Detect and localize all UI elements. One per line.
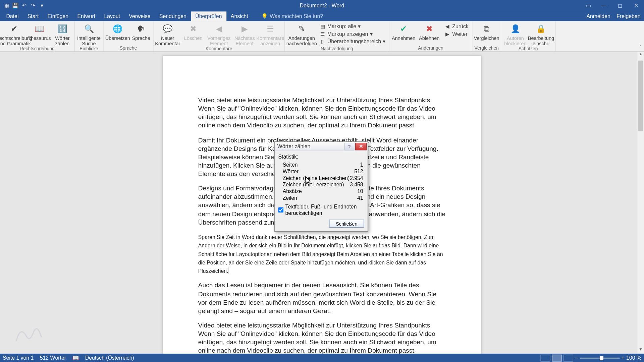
group-language: Sprache bbox=[105, 45, 151, 51]
printlayout-icon[interactable] bbox=[552, 355, 562, 362]
paragraph[interactable]: Sparen Sie Zeit in Word dank neuer Schal… bbox=[198, 233, 446, 275]
bulb-icon: 💡 bbox=[261, 13, 268, 19]
dialog-title: Wörter zählen bbox=[277, 143, 311, 149]
wordcount-button[interactable]: 🔢Wörterzählen bbox=[52, 22, 73, 46]
window-title: Dokument2 - Word bbox=[300, 2, 344, 8]
paragraph[interactable]: Video bietet eine leistungsstarke Möglic… bbox=[198, 96, 446, 130]
markup-combo[interactable]: ▤Markup: alle▾ bbox=[318, 23, 387, 30]
status-page[interactable]: Seite 1 von 1 bbox=[3, 355, 34, 361]
back-icon: ◀ bbox=[444, 23, 450, 29]
smartlookup-button[interactable]: 🔍IntelligenteSuche bbox=[76, 22, 101, 46]
maximize-icon[interactable]: ◻ bbox=[612, 0, 628, 11]
tab-insert[interactable]: Einfügen bbox=[43, 11, 73, 21]
nextcomment-button[interactable]: ▶NächstesElement bbox=[232, 22, 257, 46]
stat-charsws-label: Zeichen (mit Leerzeichen) bbox=[283, 182, 344, 188]
zoom-slider[interactable]: − + 100 % bbox=[575, 355, 641, 361]
showmarkup-button[interactable]: ☰Markup anzeigen▾ bbox=[318, 31, 387, 38]
tab-view[interactable]: Ansicht bbox=[226, 11, 253, 21]
dialog-help-icon[interactable]: ? bbox=[344, 142, 354, 150]
close-icon[interactable]: ✕ bbox=[628, 0, 644, 11]
share-button[interactable]: Freigeben bbox=[616, 13, 640, 19]
translate-button[interactable]: 🌐Übersetzen bbox=[105, 22, 130, 41]
stat-charsns-value: 2.954 bbox=[350, 175, 363, 182]
tell-me[interactable]: 💡 Was möchten Sie tun? bbox=[261, 13, 323, 21]
checkbox-icon[interactable] bbox=[278, 207, 283, 213]
stat-pages-value: 1 bbox=[360, 162, 363, 169]
tab-layout[interactable]: Layout bbox=[100, 11, 124, 21]
dialog-close-button[interactable]: Schließen bbox=[329, 220, 364, 228]
weblayout-icon[interactable] bbox=[564, 355, 573, 362]
compare-button[interactable]: ⧉Vergleichen bbox=[474, 22, 499, 41]
status-bar: Seite 1 von 1 512 Wörter 📖 Deutsch (Öste… bbox=[0, 354, 644, 362]
prevchange-button[interactable]: ◀Zurück bbox=[442, 23, 470, 30]
prevcomment-button[interactable]: ◀VorherigesElement bbox=[207, 22, 231, 46]
vertical-scrollbar[interactable]: ▲ ▼ bbox=[637, 52, 644, 354]
stat-lines-value: 41 bbox=[357, 195, 363, 202]
group-changes: Änderungen bbox=[391, 45, 470, 51]
redo-icon[interactable]: ↷ bbox=[29, 2, 37, 10]
zoom-level[interactable]: 100 % bbox=[626, 355, 641, 361]
minimize-icon[interactable]: — bbox=[596, 0, 612, 11]
watermark-icon bbox=[12, 321, 43, 346]
scroll-up-icon[interactable]: ▲ bbox=[637, 52, 644, 58]
tab-home[interactable]: Start bbox=[23, 11, 43, 21]
title-bar: ▦ 💾 ↶ ↷ ▾ Dokument2 - Word ▭ — ◻ ✕ bbox=[0, 0, 644, 11]
language-button[interactable]: 🗣Sprache bbox=[131, 22, 151, 41]
accept-button[interactable]: ✔Annehmen bbox=[391, 22, 416, 41]
wordcount-dialog: Wörter zählen ? ✕ Statistik: Seiten1 Wör… bbox=[274, 141, 368, 232]
trackchanges-button[interactable]: ✎Änderungennachverfolgen bbox=[287, 22, 317, 46]
tab-file[interactable]: Datei bbox=[2, 11, 23, 21]
tab-mailings[interactable]: Sendungen bbox=[155, 11, 191, 21]
include-footnotes-checkbox[interactable]: Textfelder, Fuß- und Endnoten berücksich… bbox=[278, 204, 364, 216]
status-language[interactable]: Deutsch (Österreich) bbox=[85, 355, 134, 361]
ribbon-tabs: Datei Start Einfügen Entwurf Layout Verw… bbox=[0, 11, 644, 21]
tell-me-placeholder: Was möchten Sie tun? bbox=[270, 13, 323, 19]
undo-icon[interactable]: ↶ bbox=[20, 2, 29, 10]
tab-references[interactable]: Verweise bbox=[124, 11, 155, 21]
deletecomment-button[interactable]: ✖Löschen bbox=[181, 22, 206, 41]
dialog-close-icon[interactable]: ✕ bbox=[355, 142, 367, 150]
stat-paras-value: 10 bbox=[357, 188, 363, 195]
doc-icon: ▤ bbox=[319, 23, 325, 29]
qat-more-icon[interactable]: ▾ bbox=[38, 2, 46, 10]
blockauthors-button[interactable]: 👤Autorenblockieren bbox=[503, 22, 528, 46]
group-insights: Einblicke bbox=[76, 46, 101, 52]
status-words[interactable]: 512 Wörter bbox=[40, 355, 66, 361]
group-comments: Kommentare bbox=[155, 46, 283, 52]
spellcheck-icon[interactable]: 📖 bbox=[72, 355, 79, 361]
stat-charsns-label: Zeichen (keine Leerzeichen) bbox=[283, 175, 350, 182]
reject-button[interactable]: ✖Ablehnen bbox=[417, 22, 442, 41]
fwd-icon: ▶ bbox=[444, 31, 450, 37]
stat-pages-label: Seiten bbox=[283, 162, 298, 169]
dialog-titlebar[interactable]: Wörter zählen ? ✕ bbox=[275, 142, 368, 151]
nextchange-button[interactable]: ▶Weiter bbox=[442, 31, 470, 38]
zoom-out-icon[interactable]: − bbox=[575, 355, 578, 361]
group-tracking: Nachverfolgung bbox=[287, 46, 387, 52]
save-icon[interactable]: 💾 bbox=[11, 2, 19, 10]
collapse-ribbon-icon[interactable]: ˄ bbox=[639, 45, 642, 50]
zoom-in-icon[interactable]: + bbox=[622, 355, 625, 361]
tab-design[interactable]: Entwurf bbox=[73, 11, 100, 21]
ribbon: ✔Rechtschreibungund Grammatik 📖Thesaurus… bbox=[0, 21, 644, 52]
scroll-thumb[interactable] bbox=[638, 61, 643, 131]
showcomments-button[interactable]: ☰Kommentareanzeigen bbox=[258, 22, 283, 46]
group-compare: Vergleichen bbox=[474, 45, 499, 51]
checkbox-label: Textfelder, Fuß- und Endnoten berücksich… bbox=[285, 204, 364, 216]
reviewpane-button[interactable]: ▯Überarbeitungsbereich▾ bbox=[318, 38, 387, 45]
ribbon-options-icon[interactable]: ▭ bbox=[580, 0, 596, 11]
tab-review[interactable]: Überprüfen bbox=[191, 11, 226, 21]
thesaurus-button[interactable]: 📖Thesaurus bbox=[28, 22, 51, 41]
stat-lines-label: Zeilen bbox=[283, 195, 297, 202]
spelling-button[interactable]: ✔Rechtschreibungund Grammatik bbox=[2, 22, 26, 46]
signin-link[interactable]: Anmelden bbox=[586, 13, 610, 19]
paragraph[interactable]: Auch das Lesen ist bequemer in der neuen… bbox=[198, 281, 446, 315]
readmode-icon[interactable] bbox=[540, 355, 550, 362]
stat-charsws-value: 3.458 bbox=[350, 182, 363, 188]
dialog-heading: Statistik: bbox=[278, 154, 364, 160]
paragraph[interactable]: Video bietet eine leistungsstarke Möglic… bbox=[198, 321, 446, 354]
newcomment-button[interactable]: 💬NeuerKommentar bbox=[155, 22, 180, 46]
scroll-down-icon[interactable]: ▼ bbox=[637, 347, 644, 354]
restrict-button[interactable]: 🔒Bearbeitungeinschr. bbox=[529, 22, 553, 46]
stat-words-value: 512 bbox=[354, 168, 363, 175]
stat-paras-label: Absätze bbox=[283, 188, 302, 195]
